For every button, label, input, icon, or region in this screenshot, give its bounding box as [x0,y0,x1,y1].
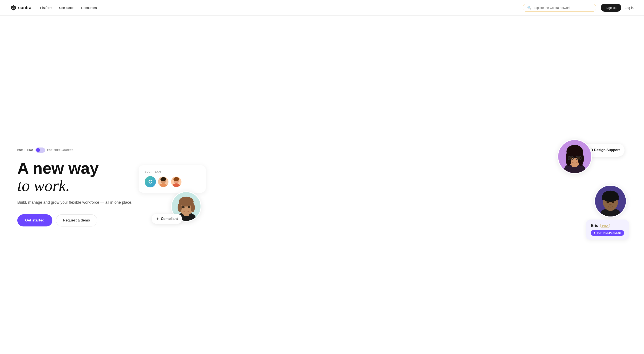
nav-use-cases[interactable]: Use cases [59,6,74,10]
svg-point-40 [606,201,609,203]
eric-card: Eric PRO ✦ TOP INDEPENDENT [586,220,629,240]
team-card-label: YOUR TEAM [145,170,200,173]
top-independent-text: TOP INDEPENDENT [597,231,622,235]
hero-title: A new way to work. [17,160,138,195]
top-independent-badge: ✦ TOP INDEPENDENT [591,230,624,236]
avatar-contra: C [145,176,156,188]
svg-point-30 [178,203,182,212]
person-bubble-eric [594,185,627,217]
hero-cta-row: Get started Request a demo [17,214,138,227]
compliant-badge: ✦ Compliant [152,214,182,224]
avatar-person-1 [158,176,169,188]
eric-name: Eric [591,223,598,228]
compliant-text: Compliant [161,217,178,221]
hero-title-line2: to work. [17,177,70,195]
toggle-row: FOR HIRING FOR FREELANCERS [17,147,138,153]
toggle-hiring-label: FOR HIRING [17,149,33,151]
avatar-face-1 [158,176,168,187]
hero-subtitle: Build, manage and grow your flexible wor… [17,200,138,206]
contra-logo-icon [10,5,16,11]
search-input[interactable] [534,6,592,10]
login-button[interactable]: Log in [625,6,634,10]
nav-platform[interactable]: Platform [40,6,52,10]
nav-actions: Sign up Log in [601,4,634,12]
design-text: 3D Design Support [588,148,620,152]
person-avatar-eric [595,186,626,217]
svg-point-31 [191,203,195,212]
logo[interactable]: contra [10,5,32,11]
search-icon: 🔍 [527,6,532,10]
signup-button[interactable]: Sign up [601,4,621,12]
svg-point-23 [174,177,179,181]
svg-point-19 [160,177,166,181]
hiring-freelancer-toggle[interactable] [36,147,45,153]
person-avatar-1 [558,140,591,173]
svg-point-41 [612,201,614,203]
hero-content: FOR HIRING FOR FREELANCERS A new way to … [17,147,138,227]
hero-illustration: 3D Design Support [138,131,627,243]
avatar-face-2 [171,176,182,187]
nav-links: Platform Use cases Resources [40,6,97,10]
logo-text: contra [18,5,32,10]
toggle-freelancers-label: FOR FREELANCERS [47,149,74,151]
svg-point-33 [188,206,190,208]
svg-point-15 [569,157,572,159]
person-bubble-woman [558,139,592,174]
eric-name-row: Eric PRO [591,223,624,228]
toggle-thumb [36,148,40,152]
team-avatars-row: C [145,176,200,188]
compliant-icon: ✦ [156,217,159,221]
hero-section: FOR HIRING FOR FREELANCERS A new way to … [0,16,644,354]
svg-point-32 [182,206,184,208]
nav-resources[interactable]: Resources [81,6,97,10]
search-bar[interactable]: 🔍 [523,4,596,12]
hero-title-line1: A new way [17,159,99,177]
svg-point-42 [609,204,611,206]
pro-badge: PRO [600,224,610,228]
svg-rect-39 [602,196,619,200]
get-started-button[interactable]: Get started [17,214,52,227]
team-card: YOUR TEAM C [138,165,206,193]
svg-point-16 [577,157,580,159]
top-ind-icon: ✦ [593,231,596,235]
avatar-person-2 [171,176,182,188]
navigation: contra Platform Use cases Resources 🔍 Si… [0,0,644,16]
request-demo-button[interactable]: Request a demo [56,214,97,227]
